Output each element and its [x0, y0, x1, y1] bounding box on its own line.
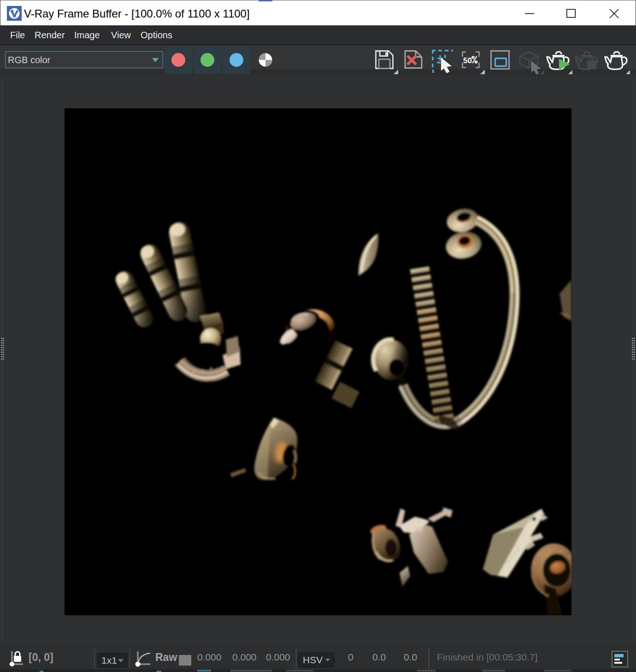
svg-text:50: 50: [463, 56, 472, 65]
